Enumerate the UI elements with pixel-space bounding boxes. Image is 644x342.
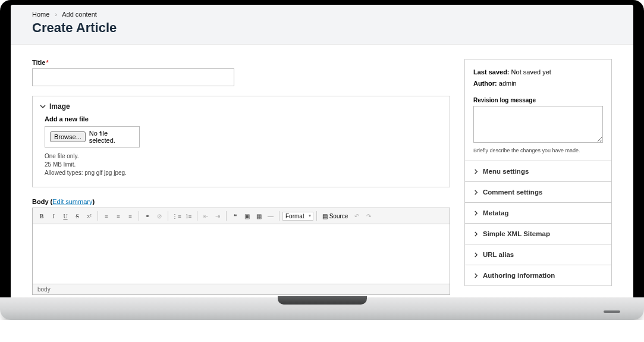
undo-icon[interactable]: ↶ xyxy=(351,211,362,221)
toolbar-separator xyxy=(98,211,98,221)
breadcrumb-separator-icon: › xyxy=(55,11,56,18)
toolbar-separator xyxy=(139,211,139,221)
underline-icon[interactable]: U xyxy=(60,211,71,221)
revision-log-textarea[interactable] xyxy=(473,106,603,143)
laptop-base xyxy=(0,297,644,320)
laptop-port xyxy=(604,310,620,313)
file-help-text: One file only. 25 MB limit. Allowed type… xyxy=(45,152,438,177)
chevron-right-icon xyxy=(473,252,479,258)
source-icon: ▤ xyxy=(322,213,328,219)
revision-log-label: Revision log message xyxy=(473,97,603,103)
breadcrumb-add-content[interactable]: Add content xyxy=(62,11,97,18)
add-file-label: Add a new file xyxy=(45,115,438,123)
author-label: Author: xyxy=(473,80,497,87)
source-button[interactable]: ▤ Source xyxy=(320,212,351,220)
edit-summary-link[interactable]: Edit summary xyxy=(52,198,92,205)
toolbar-separator xyxy=(279,211,279,221)
toolbar-separator xyxy=(226,211,227,221)
outdent-icon[interactable]: ⇤ xyxy=(200,211,211,221)
blockquote-icon[interactable]: ❝ xyxy=(230,211,240,221)
toolbar-separator xyxy=(168,211,168,221)
author-value: admin xyxy=(499,80,517,87)
editor-content-area[interactable] xyxy=(33,224,450,284)
breadcrumb-home[interactable]: Home xyxy=(32,11,49,18)
accordion-menu-settings[interactable]: Menu settings xyxy=(465,161,611,181)
number-list-icon[interactable]: 1≡ xyxy=(183,211,194,221)
app-screen: Home › Add content Create Article Title* xyxy=(11,5,633,297)
image-fieldset-toggle[interactable]: Image xyxy=(33,96,450,115)
breadcrumb: Home › Add content xyxy=(32,11,612,18)
accordion-url-alias[interactable]: URL alias xyxy=(465,244,611,265)
file-upload-widget[interactable]: Browse... No file selected. xyxy=(45,126,140,148)
strike-icon[interactable]: S xyxy=(72,211,83,221)
page-title: Create Article xyxy=(32,20,612,36)
accordion-authoring-information[interactable]: Authoring information xyxy=(465,265,611,285)
editor-path: body xyxy=(33,284,450,294)
indent-icon[interactable]: ⇥ xyxy=(212,211,223,221)
accordion-simple-xml-sitemap[interactable]: Simple XML Sitemap xyxy=(465,223,611,244)
file-status-text: No file selected. xyxy=(89,130,134,144)
laptop-notch xyxy=(278,296,367,305)
sidebar-panel: Last saved: Not saved yet Author: admin … xyxy=(464,59,612,286)
title-label: Title* xyxy=(32,59,450,66)
body-editor: B I U S x² ≡ ≡ ≡ ⚭ ⊘ xyxy=(32,208,450,295)
accordion-metatag[interactable]: Metatag xyxy=(465,202,611,223)
editor-toolbar: B I U S x² ≡ ≡ ≡ ⚭ ⊘ xyxy=(33,208,450,224)
superscript-icon[interactable]: x² xyxy=(84,211,95,221)
unlink-icon[interactable]: ⊘ xyxy=(154,211,165,221)
body-label: Body (Edit summary) xyxy=(32,198,450,205)
link-icon[interactable]: ⚭ xyxy=(142,211,153,221)
italic-icon[interactable]: I xyxy=(48,211,59,221)
align-center-icon[interactable]: ≡ xyxy=(113,211,124,221)
align-left-icon[interactable]: ≡ xyxy=(101,211,112,221)
chevron-right-icon xyxy=(473,169,479,174)
image-icon[interactable]: ▣ xyxy=(241,211,252,221)
bullet-list-icon[interactable]: ⋮≡ xyxy=(171,211,182,221)
table-icon[interactable]: ▦ xyxy=(253,211,264,221)
page-header: Home › Add content Create Article xyxy=(11,5,633,45)
redo-icon[interactable]: ↷ xyxy=(363,211,374,221)
chevron-right-icon xyxy=(473,211,479,216)
chevron-right-icon xyxy=(473,273,479,278)
hr-icon[interactable]: — xyxy=(265,211,276,221)
revision-log-help: Briefly describe the changes you have ma… xyxy=(473,148,603,153)
accordion-comment-settings[interactable]: Comment settings xyxy=(465,181,611,202)
format-dropdown[interactable]: Format xyxy=(282,212,313,221)
title-input[interactable] xyxy=(32,68,234,86)
chevron-down-icon xyxy=(40,103,46,109)
browse-button[interactable]: Browse... xyxy=(50,131,86,142)
toolbar-separator xyxy=(197,211,197,221)
align-right-icon[interactable]: ≡ xyxy=(125,211,136,221)
required-indicator: * xyxy=(46,59,48,66)
last-saved-value: Not saved yet xyxy=(511,68,551,76)
toolbar-separator xyxy=(316,211,317,221)
last-saved-label: Last saved: xyxy=(473,68,510,76)
chevron-right-icon xyxy=(473,231,479,237)
image-fieldset: Image Add a new file Browse... No file s… xyxy=(32,96,450,187)
bold-icon[interactable]: B xyxy=(36,211,47,221)
chevron-right-icon xyxy=(473,190,479,195)
